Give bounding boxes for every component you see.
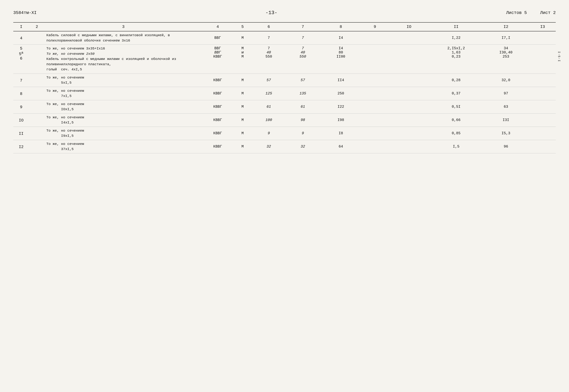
row-col12: 34I30,40253	[482, 45, 529, 74]
row-col4: КВВГ	[202, 87, 233, 100]
row-description: То же, но сечением I9хI,5	[45, 127, 202, 140]
row-col10	[388, 87, 430, 100]
row-col12: 96	[482, 140, 529, 153]
row-col11: 0,85	[430, 127, 482, 140]
row-id: 9	[13, 100, 29, 113]
row-col6: 7 40 550	[252, 45, 286, 74]
row-col2	[29, 31, 45, 45]
table-row: II То же, но сечением I9хI,5 КВВГ М 9 9 …	[13, 127, 556, 140]
row-id: 7	[13, 73, 29, 87]
row-col6: 61	[252, 100, 286, 113]
row-col6: 125	[252, 87, 286, 100]
row-col11: I,22	[430, 31, 482, 45]
row-col10	[388, 31, 430, 45]
row-id: 4	[13, 31, 29, 45]
col-header-11: II	[430, 22, 482, 31]
row-description: То же, но сечением 5хI,5	[45, 73, 202, 87]
row-col5: М	[233, 140, 252, 153]
row-col6: 100	[252, 113, 286, 127]
row-col9	[362, 87, 388, 100]
row-col12: I7,I	[482, 31, 529, 45]
row-col6: 32	[252, 140, 286, 153]
row-id: 55а6	[13, 45, 29, 74]
row-col13	[529, 73, 556, 87]
row-description: То же, но сечением 7хI,5	[45, 87, 202, 100]
row-col7: 57	[286, 73, 320, 87]
col-header-9: 9	[362, 22, 388, 31]
row-col4: КВВГ	[202, 127, 233, 140]
row-id: 8	[13, 87, 29, 100]
col-header-4: 4	[202, 22, 233, 31]
row-col8: I98	[320, 113, 362, 127]
row-col8: II4	[320, 73, 362, 87]
page-header: 3584тм-XI -13- Листов 5 Лист 2	[13, 10, 556, 16]
row-col7: 7	[286, 31, 320, 45]
col-header-10: IO	[388, 22, 430, 31]
row-col10	[388, 127, 430, 140]
row-col2	[29, 127, 45, 140]
col-header-8: 8	[320, 22, 362, 31]
row-col9	[362, 100, 388, 113]
row-col8: I22	[320, 100, 362, 113]
row-col2	[29, 87, 45, 100]
row-col9	[362, 113, 388, 127]
table-row: 4 Кабель силовой с медными жилами, с вин…	[13, 31, 556, 45]
row-col13	[529, 113, 556, 127]
sheets-label: Листов 5	[506, 10, 527, 15]
col-header-12: I2	[482, 22, 529, 31]
row-col5: М	[233, 31, 252, 45]
row-col5: М м М	[233, 45, 252, 74]
row-col11: I,5	[430, 140, 482, 153]
row-col4: КВВГ	[202, 73, 233, 87]
table-row: 9 То же, но сечением IОхI,5 КВВГ М 61 61…	[13, 100, 556, 113]
row-col2	[29, 140, 45, 153]
row-col7: 32	[286, 140, 320, 153]
row-col10	[388, 100, 430, 113]
column-headers: I 2 3 4 5 6 7 8 9 IO II I2 I3	[13, 22, 556, 31]
row-col2	[29, 73, 45, 87]
row-col2	[29, 113, 45, 127]
row-col12: 97	[482, 87, 529, 100]
row-col2	[29, 45, 45, 74]
page-number: -13-	[265, 10, 277, 16]
row-col13	[529, 87, 556, 100]
row-id: II	[13, 127, 29, 140]
col-header-2: 2	[29, 22, 45, 31]
row-col8: I8	[320, 127, 362, 140]
main-table: I 2 3 4 5 6 7 8 9 IO II I2 I3 4 Кабел	[13, 22, 556, 153]
table-row: 55а6 То же, но сечением 3х35+Iх16 То же,…	[13, 45, 556, 74]
col-header-6: 6	[252, 22, 286, 31]
row-col4: КВВГ	[202, 140, 233, 153]
row-col7: 9	[286, 127, 320, 140]
row-col8: 250	[320, 87, 362, 100]
table-row: 7 То же, но сечением 5хI,5 КВВГ М 57 57 …	[13, 73, 556, 87]
row-col9	[362, 45, 388, 74]
row-col11: 0,37	[430, 87, 482, 100]
row-col7: 98	[286, 113, 320, 127]
table-row: IO То же, но сечением I4хI,5 КВВГ М 100 …	[13, 113, 556, 127]
col-header-5: 5	[233, 22, 252, 31]
sheet-label: Лист 2	[540, 10, 556, 15]
row-col10	[388, 73, 430, 87]
row-col13	[529, 140, 556, 153]
row-col13: I-5-I	[529, 45, 556, 74]
row-description: То же, но сечением 37хI,5	[45, 140, 202, 153]
row-col6: 7	[252, 31, 286, 45]
row-col7: 61	[286, 100, 320, 113]
row-id: I2	[13, 140, 29, 153]
row-col10	[388, 140, 430, 153]
col-header-13: I3	[529, 22, 556, 31]
row-col11: 0,66	[430, 113, 482, 127]
row-col6: 9	[252, 127, 286, 140]
row-col13	[529, 127, 556, 140]
row-col11: 2,I5хI,21,630,23	[430, 45, 482, 74]
row-col10	[388, 113, 430, 127]
row-col4: ВВГ	[202, 31, 233, 45]
row-col7: 135	[286, 87, 320, 100]
row-col12: 63	[482, 100, 529, 113]
row-description: То же, но сечением 3х35+Iх16 То же, но с…	[45, 45, 202, 74]
row-col5: М	[233, 73, 252, 87]
doc-number: 3584тм-XI	[13, 10, 37, 15]
row-col5: М	[233, 113, 252, 127]
row-col7: 740550	[286, 45, 320, 74]
